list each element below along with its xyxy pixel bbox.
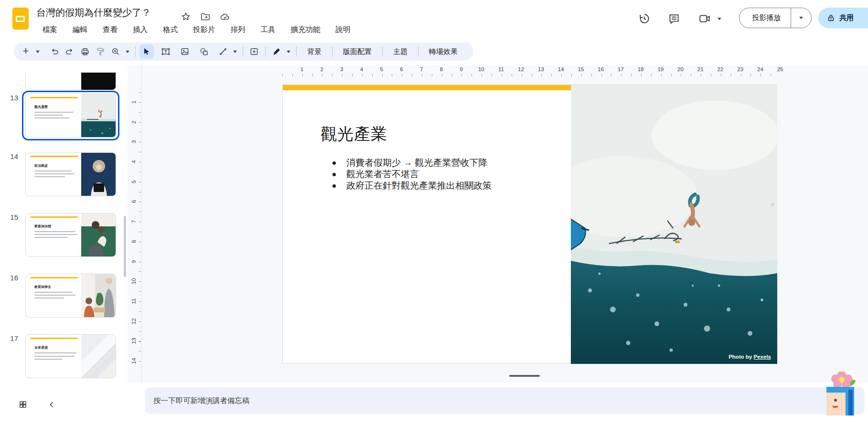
slide-bullet-3[interactable]: 政府正在針對觀光產業推出相關政策 — [332, 180, 492, 192]
notes-resize-handle[interactable] — [509, 375, 540, 377]
toolbar-separator — [243, 46, 243, 57]
line-dropdown-caret[interactable] — [231, 44, 239, 59]
thumb-15-image — [81, 213, 116, 256]
thumb-13-title: 觀光產業 — [34, 105, 48, 109]
toolbar-separator — [265, 46, 266, 57]
slide-16-number: 16 — [4, 274, 18, 282]
star-icon[interactable] — [181, 11, 191, 22]
toolbar-separator — [382, 46, 383, 57]
vertical-ruler: 1234567891011121314 — [130, 92, 138, 371]
camera-dropdown-caret[interactable] — [718, 18, 721, 20]
menu-slide[interactable]: 投影片 — [188, 23, 221, 37]
bullet-dot — [332, 173, 336, 176]
new-slide-dropdown-caret[interactable] — [34, 44, 42, 59]
insert-image-button[interactable] — [178, 44, 192, 59]
slide-17-number: 17 — [4, 334, 18, 342]
undo-button[interactable] — [47, 44, 62, 59]
slide-thumbnail-15[interactable]: 家庭與休閒 — [25, 213, 116, 257]
select-tool-button[interactable] — [139, 44, 154, 59]
collapse-filmstrip-button[interactable] — [44, 397, 59, 412]
menu-edit[interactable]: 編輯 — [67, 23, 93, 37]
thumb-14-title: 政治風波 — [34, 163, 48, 168]
horizontal-ruler: 1234567891011121314151617181920212223242… — [292, 66, 790, 74]
pen-dropdown-caret[interactable] — [285, 44, 292, 59]
menu-format[interactable]: 格式 — [158, 23, 183, 37]
slide-title-text[interactable]: 觀光產業 — [321, 123, 387, 145]
present-button[interactable]: 投影播放 — [739, 8, 812, 28]
redo-button[interactable] — [63, 44, 77, 59]
slide-thumbnail-12-partial[interactable] — [25, 73, 116, 90]
menu-insert[interactable]: 插入 — [128, 23, 153, 37]
slide-15-number: 15 — [4, 213, 18, 221]
paint-format-button[interactable] — [93, 44, 107, 59]
zoom-dropdown-caret[interactable] — [124, 44, 131, 59]
pen-tool-button[interactable] — [269, 44, 284, 59]
slide-photo-backflip-sea[interactable]: Photo by Pexels — [571, 85, 777, 364]
toolbar-separator — [332, 46, 332, 57]
slide-13-number: 13 — [4, 94, 18, 102]
toolbar-separator — [296, 46, 297, 57]
new-slide-button[interactable]: + — [19, 44, 33, 59]
comments-icon[interactable] — [668, 12, 680, 25]
zoom-button[interactable] — [108, 44, 123, 59]
slide-thumbnail-14[interactable]: 政治風波 — [25, 152, 116, 196]
menu-arrange[interactable]: 排列 — [225, 23, 251, 37]
insert-comment-button[interactable] — [247, 44, 261, 59]
slide-thumbnail-16[interactable]: 教育與學生 — [25, 274, 116, 318]
menu-help[interactable]: 說明 — [331, 23, 356, 37]
photo-credit: Photo by Pexels — [729, 354, 771, 360]
toolbar: + 背景 版面配置 主題 轉場效果 — [14, 43, 473, 61]
thumb-13-image — [81, 94, 116, 137]
menu-view[interactable]: 查看 — [97, 23, 123, 37]
meet-camera-icon[interactable] — [698, 12, 711, 25]
background-button[interactable]: 背景 — [300, 44, 328, 59]
filmstrip-scrollbar[interactable] — [124, 216, 126, 277]
thumb-17-title: 未來展望 — [34, 345, 48, 350]
slide-thumbnail-13[interactable]: 觀光產業 — [25, 94, 116, 138]
vertical-ruler-ticks — [139, 92, 141, 371]
decorative-sticker — [823, 372, 857, 416]
present-button-label: 投影播放 — [739, 13, 791, 22]
toolbar-separator — [418, 46, 418, 57]
insert-line-button[interactable] — [216, 44, 230, 59]
insert-shape-button[interactable] — [197, 44, 211, 59]
document-title[interactable]: 台灣的假期為什麼變少了？ — [36, 6, 151, 19]
move-folder-icon[interactable] — [200, 11, 211, 22]
speaker-notes-placeholder: 按一下即可新增演講者備忘稿 — [153, 396, 250, 406]
present-dropdown[interactable] — [791, 17, 811, 19]
slide-14-number: 14 — [4, 152, 18, 160]
thumb-14-image — [81, 153, 116, 196]
speaker-notes-input[interactable]: 按一下即可新增演講者備忘稿 — [145, 387, 865, 414]
slide-accent-bar — [283, 85, 571, 90]
thumb-16-image — [81, 274, 116, 317]
bullet-dot — [332, 161, 336, 165]
slides-logo-icon[interactable] — [12, 8, 29, 30]
horizontal-ruler-ticks — [282, 74, 781, 76]
slide-thumbnail-17[interactable]: 未來展望 — [25, 334, 116, 378]
thumb-15-title: 家庭與休閒 — [34, 224, 51, 229]
slide-bullet-1[interactable]: 消費者假期少 → 觀光產業營收下降 — [332, 157, 488, 169]
print-button[interactable] — [78, 44, 92, 59]
slide-editor[interactable]: 觀光產業 消費者假期少 → 觀光產業營收下降 觀光業者苦不堪言 政府正在針對觀光… — [282, 85, 777, 363]
share-button[interactable]: 共用 — [818, 8, 868, 28]
layout-button[interactable]: 版面配置 — [336, 44, 378, 59]
pexels-link[interactable]: Pexels — [754, 354, 771, 360]
thumb-17-image — [81, 335, 116, 378]
menu-tools[interactable]: 工具 — [256, 23, 281, 37]
menu-bar: 檔案 編輯 查看 插入 格式 投影片 排列 工具 擴充功能 說明 — [37, 23, 356, 37]
menu-file[interactable]: 檔案 — [37, 23, 63, 37]
thumb-16-title: 教育與學生 — [34, 285, 51, 289]
grid-view-button[interactable] — [15, 397, 31, 412]
menu-extensions[interactable]: 擴充功能 — [286, 23, 326, 37]
share-button-label: 共用 — [839, 13, 854, 22]
bullet-dot — [332, 184, 336, 188]
toolbar-separator — [135, 46, 136, 57]
lock-icon — [827, 14, 835, 22]
slide-bullet-2[interactable]: 觀光業者苦不堪言 — [332, 168, 419, 181]
version-history-icon[interactable] — [638, 12, 651, 25]
transition-button[interactable]: 轉場效果 — [422, 44, 464, 59]
cloud-saved-icon[interactable] — [220, 11, 230, 22]
text-box-button[interactable] — [159, 44, 173, 59]
theme-button[interactable]: 主題 — [386, 44, 414, 59]
